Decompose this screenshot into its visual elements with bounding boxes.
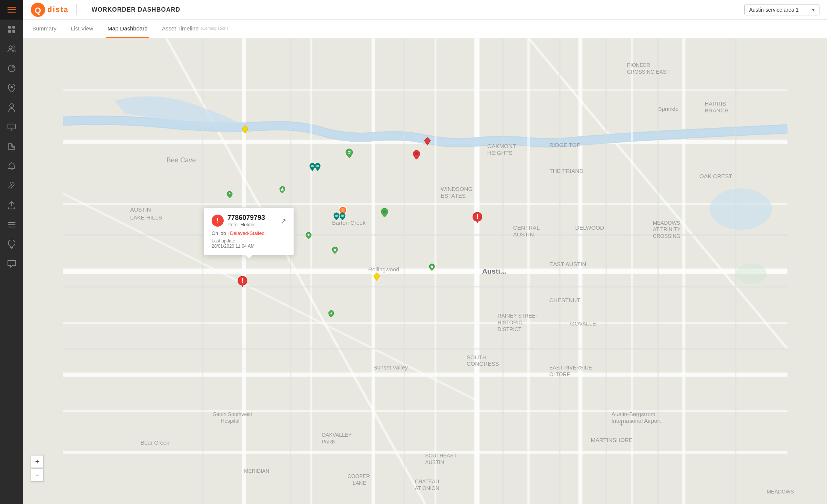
zoom-out-button[interactable]: − bbox=[31, 469, 44, 481]
location-icon bbox=[8, 84, 15, 92]
svg-text:LANE: LANE bbox=[353, 480, 366, 486]
tab-list-view[interactable]: List View bbox=[69, 20, 95, 38]
svg-text:Seton Southwest: Seton Southwest bbox=[213, 412, 252, 417]
sidebar-item-users[interactable] bbox=[0, 39, 23, 59]
svg-rect-0 bbox=[8, 7, 16, 8]
tab-asset-timeline[interactable]: Asset Timeline (Coming soon) bbox=[161, 20, 230, 38]
analytics-icon bbox=[8, 65, 15, 72]
svg-point-109 bbox=[348, 153, 350, 154]
service-area-dropdown[interactable]: Austin-service area 1 ▾ bbox=[744, 4, 819, 15]
svg-point-10 bbox=[11, 86, 13, 88]
bulb-icon bbox=[8, 240, 15, 249]
tab-bar: Summary List View Map Dashboard Asset Ti… bbox=[23, 20, 827, 38]
main-content: Q dista WORKORDER DASHBOARD Austin-servi… bbox=[23, 0, 827, 504]
map-pin-green-drop-3[interactable] bbox=[279, 186, 286, 195]
svg-text:Sunset Valley: Sunset Valley bbox=[373, 364, 408, 371]
sidebar-item-integrations[interactable] bbox=[0, 137, 23, 156]
svg-text:!: ! bbox=[476, 213, 479, 221]
divider bbox=[76, 4, 77, 15]
svg-text:PARK: PARK bbox=[322, 439, 336, 445]
svg-text:Q: Q bbox=[35, 6, 41, 15]
upload-icon bbox=[8, 201, 15, 209]
map-pin-green-drop-8[interactable] bbox=[328, 310, 335, 319]
list-icon bbox=[8, 222, 15, 228]
svg-text:SOUTH: SOUTH bbox=[467, 354, 486, 360]
sidebar-item-dashboard[interactable] bbox=[0, 20, 23, 39]
svg-text:HISTORIC: HISTORIC bbox=[498, 320, 523, 325]
map-pin-teal-cluster-2[interactable] bbox=[332, 212, 348, 225]
svg-point-119 bbox=[341, 215, 344, 217]
popup-header: ! 7786079793 Peter Holder ↗ bbox=[212, 214, 286, 227]
svg-text:EAST AUSTIN: EAST AUSTIN bbox=[549, 261, 586, 267]
sidebar-item-list[interactable] bbox=[0, 215, 23, 235]
sidebar-item-profile[interactable] bbox=[0, 98, 23, 117]
svg-text:!: ! bbox=[241, 277, 244, 285]
map-pin-red-excl-1[interactable]: ! bbox=[238, 276, 247, 289]
sidebar-hamburger[interactable] bbox=[0, 0, 23, 20]
dashboard-icon bbox=[8, 26, 15, 33]
logo-icon: Q bbox=[31, 3, 45, 17]
map-pin-red-diamond-1[interactable] bbox=[424, 137, 431, 147]
wrench-icon bbox=[8, 182, 15, 189]
svg-point-8 bbox=[13, 46, 15, 48]
svg-text:HEIGHTS: HEIGHTS bbox=[487, 150, 512, 156]
map-pin-gold-diamond-2[interactable] bbox=[373, 272, 380, 283]
svg-text:Bee Cave: Bee Cave bbox=[167, 156, 196, 164]
svg-point-114 bbox=[311, 165, 314, 167]
map-pin-teal-cluster-1[interactable] bbox=[307, 162, 323, 175]
svg-rect-12 bbox=[8, 124, 15, 129]
svg-text:EAST RIVERSIDE: EAST RIVERSIDE bbox=[549, 365, 592, 371]
map-pin-red-helmet-1[interactable] bbox=[412, 150, 421, 162]
svg-text:AUSTIN: AUSTIN bbox=[513, 231, 534, 238]
map-pin-red-excl-2[interactable]: ! bbox=[473, 212, 482, 225]
map-container[interactable]: Bee Cave AUSTIN LAKE HILLS Spanish Oaks … bbox=[23, 38, 827, 504]
svg-text:Austi...: Austi... bbox=[482, 267, 506, 275]
popup-excl-icon: ! bbox=[212, 215, 224, 227]
svg-text:Austin-Bergstrom: Austin-Bergstrom bbox=[612, 411, 656, 417]
svg-text:Rollingwood: Rollingwood bbox=[368, 266, 399, 272]
service-area-label: Austin-service area 1 bbox=[749, 7, 799, 13]
sidebar-item-monitor[interactable] bbox=[0, 117, 23, 137]
svg-text:AT ONION: AT ONION bbox=[415, 486, 439, 491]
svg-point-106 bbox=[736, 263, 767, 284]
zoom-in-button[interactable]: + bbox=[31, 455, 44, 468]
sidebar-item-upload[interactable] bbox=[0, 195, 23, 215]
tab-map-dashboard[interactable]: Map Dashboard bbox=[106, 20, 149, 38]
popup-expand-button[interactable]: ↗ bbox=[281, 217, 286, 224]
map-pin-green-drop-2[interactable] bbox=[226, 191, 233, 200]
users-icon bbox=[8, 45, 16, 52]
svg-text:RIDGE TOP: RIDGE TOP bbox=[549, 142, 580, 148]
coming-soon-label: (Coming soon) bbox=[201, 26, 228, 30]
svg-rect-1 bbox=[8, 9, 16, 11]
svg-text:THE TRIAND: THE TRIAND bbox=[549, 168, 583, 174]
sidebar-item-insights[interactable] bbox=[0, 235, 23, 254]
svg-text:BRANCH: BRANCH bbox=[704, 107, 729, 114]
svg-text:MARTINSHORE: MARTINSHORE bbox=[591, 437, 633, 443]
sidebar-item-settings[interactable] bbox=[0, 176, 23, 195]
map-pin-green-drop-6[interactable] bbox=[332, 246, 338, 256]
sidebar-item-analytics[interactable] bbox=[0, 59, 23, 78]
svg-rect-3 bbox=[8, 26, 11, 29]
svg-point-120 bbox=[383, 210, 386, 213]
popup-status: On job | Delayed-Stalled bbox=[212, 230, 286, 236]
map-pin-green-drop-5[interactable] bbox=[305, 232, 312, 241]
svg-text:LAKE HILLS: LAKE HILLS bbox=[130, 214, 162, 221]
puzzle-icon bbox=[8, 143, 15, 150]
dropdown-arrow-icon: ▾ bbox=[812, 7, 815, 13]
popup-status-label: Delayed-Stalled bbox=[230, 230, 265, 236]
profile-icon bbox=[8, 103, 15, 112]
monitor-icon bbox=[8, 124, 16, 130]
map-pin-green-drop-7[interactable] bbox=[429, 263, 435, 273]
sidebar-item-chat[interactable] bbox=[0, 254, 23, 274]
map-pin-gold-diamond-1[interactable] bbox=[241, 125, 249, 135]
sidebar-item-location[interactable] bbox=[0, 78, 23, 98]
svg-text:OAK CREST: OAK CREST bbox=[700, 173, 732, 179]
sidebar bbox=[0, 0, 23, 504]
tab-summary[interactable]: Summary bbox=[31, 20, 58, 38]
svg-rect-4 bbox=[12, 26, 15, 29]
svg-text:CHATEAU: CHATEAU bbox=[415, 479, 439, 484]
map-pin-green-drop-4[interactable] bbox=[380, 207, 389, 219]
map-pin-green-drop-1[interactable] bbox=[345, 148, 353, 160]
sidebar-item-notifications[interactable] bbox=[0, 156, 23, 176]
svg-point-115 bbox=[316, 165, 319, 167]
